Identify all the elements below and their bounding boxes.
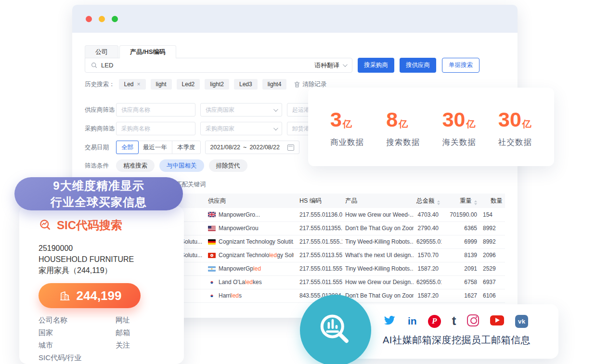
close-icon[interactable]: ×: [137, 81, 141, 88]
building-icon: [58, 289, 71, 302]
sic-name-en: HOUSEHOLD FURNITURE: [39, 254, 184, 265]
social-vk-icon[interactable]: vk: [515, 315, 528, 328]
stat-value: 3: [330, 109, 342, 130]
filter-chip[interactable]: 精准搜索: [116, 159, 155, 172]
history-tag[interactable]: Led×: [119, 79, 146, 90]
column-header-weight[interactable]: 重量: [441, 194, 480, 208]
date-segment[interactable]: 最近一年: [138, 141, 172, 154]
cell-amount: 1587.20: [414, 289, 441, 302]
sic-field: 关注: [116, 341, 184, 350]
cell-supplier[interactable]: Cognizant Technology Solutit...: [205, 235, 297, 248]
search-box[interactable]: LED 语种翻译: [85, 58, 352, 73]
filter-chip[interactable]: 排除货代: [209, 159, 247, 172]
history-tag[interactable]: light4: [262, 79, 287, 90]
condition-filter-label: 筛选条件: [85, 162, 116, 170]
stat-number: 8亿: [386, 109, 420, 130]
cell-product: Tiny Weed-Killing Robots...: [342, 262, 414, 275]
supplier-name: Land O'Laledkes: [208, 279, 294, 286]
filter-chip[interactable]: 与中国相关: [159, 159, 204, 172]
supplier-filter-label: 供应商筛选: [85, 106, 116, 114]
stat-label: 社交数据: [498, 137, 532, 148]
social-instagram-icon[interactable]: [467, 314, 479, 328]
social-twitter-icon[interactable]: [383, 314, 397, 328]
window-minimize-button[interactable]: [99, 16, 105, 22]
cell-qty: 154: [480, 208, 505, 221]
search-suppliers-button[interactable]: 搜供应商: [400, 58, 436, 73]
sic-fields: 公司名称网址国家邮箱城市关注SIC代码/行业: [39, 316, 184, 363]
sic-field: 邮箱: [116, 328, 184, 338]
history-tag[interactable]: light2: [205, 79, 229, 90]
tab-bar: 公司产品/HS编码: [85, 45, 505, 58]
tab-0[interactable]: 公司: [85, 45, 118, 58]
date-segment[interactable]: 本季度: [172, 141, 200, 154]
supplier-country-select[interactable]: 供应商国家: [200, 103, 282, 117]
stat-number: 3亿: [330, 109, 364, 130]
cell-supplier[interactable]: ManpowerGro...: [205, 208, 297, 221]
sic-search-chart-icon: [39, 219, 52, 232]
cell-hs: 217.555.01.555.13: [297, 235, 342, 248]
social-tumblr-icon[interactable]: t: [452, 315, 456, 327]
sort-icon[interactable]: [474, 200, 477, 205]
supplier-country-placeholder: 供应商国家: [206, 106, 234, 114]
cell-hs: 217.555.01136.0...: [297, 208, 342, 221]
column-header-amount[interactable]: 总金额: [414, 194, 441, 208]
stat-label: 搜索数据: [386, 137, 420, 148]
stat-number: 30亿: [498, 109, 532, 130]
history-tag[interactable]: Led2: [177, 79, 200, 90]
sort-icon[interactable]: [437, 200, 440, 205]
cell-supplier[interactable]: ManpowerGrou: [205, 221, 297, 235]
social-linkedin-icon[interactable]: in: [408, 316, 417, 326]
history-tag[interactable]: Led3: [234, 79, 258, 90]
supplier-name: Harrileds: [208, 292, 294, 299]
buyer-country-select[interactable]: 采购商国家: [200, 122, 282, 135]
buyer-name-input[interactable]: [116, 122, 195, 135]
promo-banner: 9大维度精准显示 行业全球买家信息: [14, 177, 183, 210]
flag-icon-gb: [208, 212, 216, 217]
cell-hs: 217.555.011.555....: [297, 275, 342, 289]
tab-1[interactable]: 产品/HS编码: [119, 45, 176, 58]
supplier-name: ManpowerGrou: [208, 225, 294, 232]
social-youtube-icon[interactable]: [490, 315, 504, 327]
buyer-country-placeholder: 采购商国家: [206, 125, 234, 133]
stat-value: 8: [386, 109, 398, 130]
date-range-picker[interactable]: 2021/08/22 ~ 2022/08/22: [205, 141, 299, 154]
supplier-name: Cognizant Technology Solutit...: [208, 238, 294, 245]
cell-qty: 8992: [480, 235, 505, 248]
cell-product: Tiny Weed-Killing Robots...: [342, 235, 414, 248]
keyword-highlight: led: [231, 292, 239, 299]
stat-label: 海关数据: [442, 137, 476, 148]
clear-history-button[interactable]: 清除记录: [294, 80, 326, 89]
stat-unit: 亿: [399, 119, 408, 129]
cell-product: Don't Be That Guy on Zoom: [342, 221, 414, 235]
cell-qty: 2096: [480, 248, 505, 262]
cell-supplier[interactable]: Land O'Laledkes: [205, 275, 297, 289]
social-pinterest-icon[interactable]: P: [428, 315, 441, 328]
window-titlebar: [72, 5, 518, 33]
supplier-name-input[interactable]: [116, 103, 195, 117]
flag-icon-ar: [208, 266, 216, 272]
cell-supplier[interactable]: ManpowerGpled: [205, 262, 297, 275]
supplier-text: Cognizant Technololedgy Solt...: [219, 252, 294, 259]
supplier-text: Harrileds: [219, 292, 242, 299]
column-header-product: 产品: [342, 194, 414, 208]
cell-supplier[interactable]: Cognizant Technololedgy Solt...: [205, 248, 297, 262]
cell-weight: 6999: [441, 235, 480, 248]
chevron-down-icon: [343, 62, 348, 67]
document-search-button[interactable]: 单据搜索: [442, 58, 479, 73]
company-count-button[interactable]: 244,199: [39, 283, 141, 308]
stat-item: 3亿商业数据: [330, 109, 364, 148]
history-tag[interactable]: light: [151, 79, 172, 90]
cell-amount: 1570.70: [414, 248, 441, 262]
language-translate-dropdown[interactable]: 语种翻译: [314, 61, 346, 70]
cell-hs: 217.555.0113.55....: [297, 248, 342, 262]
window-close-button[interactable]: [86, 16, 92, 22]
buyer-filter-label: 采购商筛选: [85, 125, 116, 133]
cell-supplier[interactable]: Harrileds: [205, 289, 297, 302]
sic-code: 25190000: [39, 243, 184, 254]
window-maximize-button[interactable]: [112, 16, 118, 22]
column-header-qty[interactable]: 数量: [480, 194, 505, 208]
history-tags: Led×lightLed2light2Led3light4: [119, 79, 287, 90]
search-buyers-button[interactable]: 搜采购商: [358, 58, 394, 73]
date-segment[interactable]: 全部: [116, 141, 139, 154]
supplier-text: ManpowerGro...: [219, 211, 260, 218]
